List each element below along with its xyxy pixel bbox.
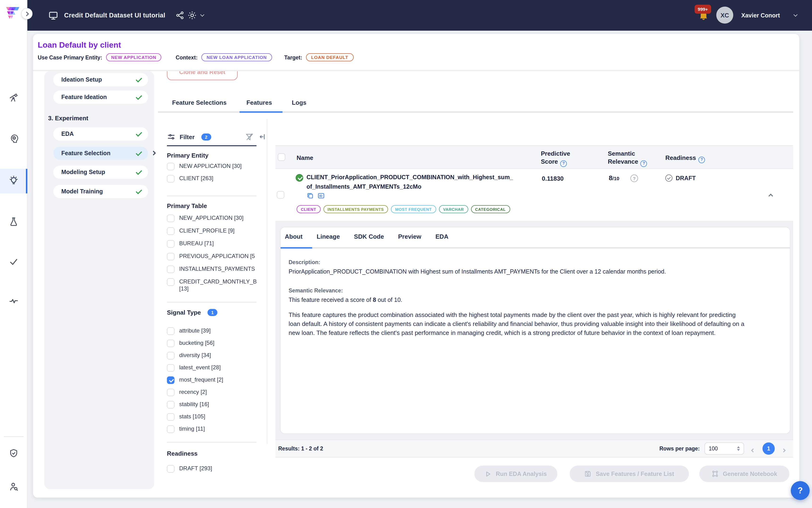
help-button[interactable]: ?	[791, 481, 810, 500]
collapse-panel-icon[interactable]	[259, 133, 267, 140]
checkbox[interactable]	[167, 215, 175, 222]
nav-section-experiment: 3. Experiment	[48, 115, 88, 122]
filter-option[interactable]: attribute [39]	[167, 327, 211, 335]
column-header-semantic-relevance[interactable]: Semantic Relevance?	[608, 150, 647, 167]
feature-tags: CLIENT INSTALLMENTS PAYMENTS MOST FREQUE…	[297, 205, 510, 213]
filter-option[interactable]: BUREAU [71]	[167, 240, 214, 248]
stepper-arrows-icon[interactable]	[737, 446, 740, 451]
user-menu-caret-icon[interactable]	[794, 13, 798, 17]
detail-tab-preview[interactable]: Preview	[398, 233, 421, 240]
column-header-readiness[interactable]: Readiness?	[665, 154, 705, 163]
feature-ideation-lightbulb-icon[interactable]	[8, 175, 19, 186]
nav-item-ideation-setup[interactable]: Ideation Setup	[53, 73, 148, 86]
checkbox[interactable]	[167, 327, 175, 335]
checkbox[interactable]	[167, 364, 175, 372]
ideation-head-gear-icon[interactable]	[8, 133, 19, 144]
filter-option[interactable]: NEW_APPLICATION [30]	[167, 215, 243, 222]
user-search-icon[interactable]	[8, 481, 19, 492]
filter-option[interactable]: CREDIT_CARD_MONTHLY_B [13]	[167, 278, 250, 292]
help-question-icon[interactable]: ?	[698, 156, 705, 163]
detail-tab-eda[interactable]: EDA	[436, 233, 448, 240]
filter-option[interactable]: stability [16]	[167, 401, 209, 409]
generate-notebook-button[interactable]: Generate Notebook	[699, 466, 790, 482]
previous-page-chevron-icon[interactable]	[752, 447, 755, 450]
checkbox[interactable]	[167, 240, 175, 248]
nav-item-model-training[interactable]: Model Training	[53, 185, 148, 198]
rows-per-page-select[interactable]: 100	[705, 442, 744, 455]
current-page-button[interactable]: 1	[763, 442, 775, 455]
target-badge: LOAN DEFAULT	[306, 53, 353, 61]
checkbox[interactable]	[167, 352, 175, 359]
filter-option[interactable]: CLIENT_PROFILE [9]	[167, 227, 235, 235]
detail-tabs: About Lineage SDK Code Preview EDA	[285, 233, 448, 240]
discover-telescope-icon[interactable]	[8, 92, 19, 102]
filter-option[interactable]: stats [105]	[167, 413, 206, 421]
help-question-icon[interactable]: ?	[560, 160, 567, 167]
filter-option[interactable]: DRAFT [293]	[167, 465, 212, 473]
sidebar-expand-button[interactable]	[21, 8, 33, 19]
checkbox[interactable]	[167, 413, 175, 421]
security-shield-icon[interactable]	[8, 448, 19, 459]
filter-option-most-frequent[interactable]: most_frequent [2]	[167, 376, 223, 384]
run-eda-analysis-button[interactable]: Run EDA Analysis	[475, 466, 557, 482]
checkbox[interactable]	[167, 265, 175, 273]
copy-icon[interactable]	[307, 192, 314, 200]
nav-item-eda[interactable]: EDA	[53, 127, 148, 140]
share-icon[interactable]	[175, 11, 184, 20]
filter-option[interactable]: diversity [34]	[167, 352, 211, 359]
id-icon[interactable]: ID	[317, 192, 325, 200]
checkbox[interactable]	[167, 253, 175, 260]
settings-gear-icon[interactable]	[187, 10, 197, 20]
monitoring-pulse-icon[interactable]	[8, 296, 19, 306]
semantic-help-icon[interactable]: ?	[630, 174, 638, 182]
filter-option[interactable]: CLIENT [263]	[167, 175, 213, 182]
project-title[interactable]: Credit Default Dataset UI tutorial	[64, 0, 165, 31]
select-all-checkbox[interactable]	[278, 153, 285, 161]
nav-item-feature-selection[interactable]: Feature Selection	[53, 147, 148, 160]
validation-check-icon[interactable]	[8, 257, 19, 267]
experiment-flask-icon[interactable]	[8, 216, 19, 227]
tab-feature-selections[interactable]: Feature Selections	[172, 99, 227, 106]
tab-features[interactable]: Features	[246, 99, 272, 106]
filter-option[interactable]: recency [2]	[167, 389, 207, 396]
collapse-row-chevron-icon[interactable]	[769, 191, 774, 196]
detail-tab-sdk-code[interactable]: SDK Code	[354, 233, 384, 240]
filter-option[interactable]: bucketing [56]	[167, 340, 214, 347]
detail-tab-lineage[interactable]: Lineage	[317, 233, 340, 240]
checkbox[interactable]	[167, 278, 175, 286]
clear-filter-icon[interactable]	[245, 132, 254, 141]
filter-option[interactable]: PREVIOUS_APPLICATION [5	[167, 253, 255, 260]
nav-item-modeling-setup[interactable]: Modeling Setup	[53, 166, 148, 179]
feature-name[interactable]: CLIENT_PriorApplication_PRODUCT_COMBINAT…	[307, 173, 516, 192]
feature-table-row[interactable]: CLIENT_PriorApplication_PRODUCT_COMBINAT…	[275, 169, 793, 221]
semantic-relevance-value: 8/10	[609, 174, 619, 182]
workflow-nav-panel: Ideation Setup Feature Ideation 3. Exper…	[44, 71, 154, 489]
checkbox[interactable]	[167, 163, 175, 170]
user-name[interactable]: Xavier Conort	[741, 0, 780, 31]
filter-option[interactable]: NEW APPLICATION [30]	[167, 163, 242, 170]
row-checkbox[interactable]	[277, 191, 284, 199]
project-menu-caret-icon[interactable]	[200, 13, 205, 17]
user-avatar[interactable]: XC	[716, 7, 733, 24]
filter-option[interactable]: latest_event [28]	[167, 364, 221, 372]
checkbox[interactable]	[167, 227, 175, 235]
save-features-button[interactable]: Save Features / Feature List	[570, 466, 689, 482]
help-question-icon[interactable]: ?	[641, 160, 647, 167]
filter-option[interactable]: INSTALLMENTS_PAYMENTS	[167, 265, 255, 273]
featurebyte-logo-icon[interactable]	[5, 6, 21, 20]
checkbox[interactable]	[167, 425, 175, 433]
checkbox[interactable]	[167, 389, 175, 396]
nav-item-feature-ideation[interactable]: Feature Ideation	[53, 91, 148, 104]
filter-option[interactable]: timing [11]	[167, 425, 205, 433]
next-page-chevron-icon[interactable]	[782, 447, 785, 450]
tab-logs[interactable]: Logs	[292, 99, 307, 106]
checkbox[interactable]	[167, 401, 175, 409]
column-header-predictive-score[interactable]: Predictive Score?	[541, 150, 570, 167]
checkbox[interactable]	[167, 340, 175, 347]
detail-tab-about[interactable]: About	[285, 233, 303, 240]
checkbox-checked[interactable]	[167, 376, 175, 384]
checkbox[interactable]	[167, 175, 175, 182]
column-header-name[interactable]: Name	[297, 154, 313, 162]
feature-detail-card: About Lineage SDK Code Preview EDA Descr…	[280, 227, 790, 434]
checkbox[interactable]	[167, 465, 175, 473]
